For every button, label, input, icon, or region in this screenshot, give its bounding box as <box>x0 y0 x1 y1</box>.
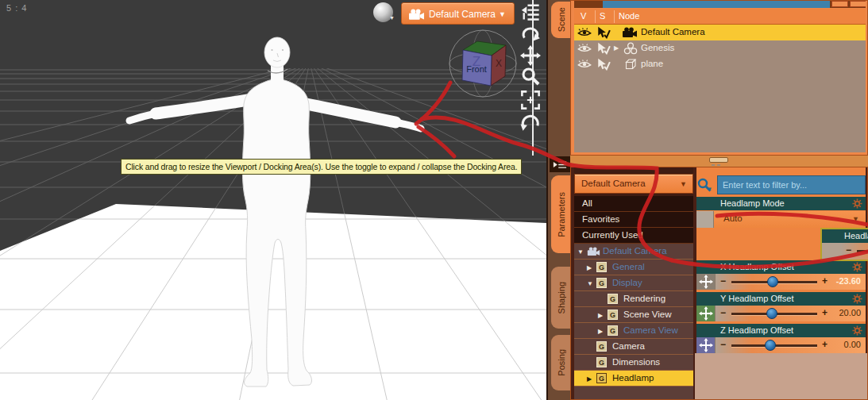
tab-parameters[interactable]: Parameters <box>551 175 572 253</box>
y-axis-drag-icon[interactable] <box>696 306 716 321</box>
gear-icon[interactable] <box>852 198 862 209</box>
column-node[interactable]: Node <box>619 11 639 21</box>
column-selectability[interactable]: S <box>600 11 605 21</box>
slider-decrement[interactable]: − <box>720 307 726 318</box>
scene-row-plane[interactable]: plane <box>574 56 866 72</box>
slider-decrement[interactable]: − <box>720 339 726 350</box>
viewport-3d[interactable]: Z Front X 5 : 4 ▼ Default Camera ▼ Click… <box>0 0 548 400</box>
tree-item-rendering[interactable]: G Rendering <box>574 291 693 307</box>
zoom-camera-icon[interactable] <box>520 66 541 87</box>
expand-arrow-icon[interactable]: ▶ <box>598 312 603 319</box>
scene-row-genesis[interactable]: ▶ Genesis <box>574 40 866 56</box>
gear-icon[interactable] <box>852 262 862 272</box>
y-headlamp-offset-slider[interactable]: − + 20.00 <box>696 306 866 321</box>
viewcube-x-label: X <box>496 58 502 69</box>
frame-selection-icon[interactable] <box>520 90 541 110</box>
group-item-currently-used[interactable]: Currently Used <box>574 228 693 244</box>
expand-arrow-icon[interactable]: ▶ <box>614 44 619 52</box>
viewport-canvas[interactable]: Z Front X <box>0 0 548 400</box>
scene-menu-button[interactable] <box>850 1 866 7</box>
orbit-camera-icon[interactable] <box>520 25 541 45</box>
selected-camera-label: Default Camera <box>581 179 646 188</box>
gear-icon[interactable] <box>852 325 862 336</box>
visibility-eye-icon[interactable] <box>577 42 592 55</box>
dropdown-arrow-icon: ▼ <box>708 187 712 191</box>
tab-posing[interactable]: Posing <box>551 335 572 390</box>
x-axis-drag-icon[interactable] <box>696 274 716 290</box>
column-visibility[interactable]: V <box>581 11 586 21</box>
slider-decrement[interactable]: − <box>720 275 726 287</box>
viewport-camera-dropdown[interactable]: Default Camera ▼ <box>401 2 515 25</box>
parameters-camera-dropdown[interactable]: Default Camera ▼ <box>574 174 693 194</box>
x-headlamp-offset-slider[interactable]: − + -23.60 <box>696 274 866 290</box>
headlamp-mode-dropdown[interactable]: Auto ▼ <box>714 211 866 228</box>
slider-knob[interactable] <box>765 340 776 351</box>
parameters-panel: Default Camera ▼ All Favorites Currently… <box>570 167 868 400</box>
scene-row-default-camera[interactable]: Default Camera <box>574 25 866 40</box>
tree-item-camera-view[interactable]: ▶ G Camera View <box>574 323 693 339</box>
expand-arrow-icon[interactable]: ▶ <box>587 264 592 271</box>
tree-item-default-camera[interactable]: ▼ Default Camera <box>574 244 693 260</box>
tree-item-display[interactable]: ▼ G Display <box>574 275 693 291</box>
splitter-handle[interactable] <box>709 157 728 163</box>
slider-knob[interactable] <box>766 308 777 319</box>
slider-increment[interactable]: + <box>822 275 827 287</box>
z-headlamp-offset-slider[interactable]: − + 0.00 <box>696 337 866 353</box>
x-headlamp-offset-value[interactable]: -23.60 <box>836 276 861 286</box>
headlamp-mode-value: Auto <box>723 213 743 223</box>
headlamp-intensity-slider[interactable]: − + 10.42 <box>822 243 868 260</box>
viewcube-front-label: Front <box>466 64 487 74</box>
panel-splitter[interactable] <box>570 156 868 167</box>
param-header-headlamp-intensity: Headlamp Intensity <box>822 229 868 243</box>
parameters-left-column: Default Camera ▼ All Favorites Currently… <box>574 167 693 399</box>
visibility-eye-icon[interactable] <box>577 58 592 71</box>
z-headlamp-offset-value[interactable]: 0.00 <box>844 340 861 349</box>
dock-toggle-icon[interactable] <box>550 156 570 172</box>
tree-item-camera[interactable]: G Camera <box>574 339 693 355</box>
viewport-layout-icon[interactable] <box>520 2 541 22</box>
draw-style-button[interactable]: ▼ <box>373 2 397 25</box>
tree-item-dimensions[interactable]: G Dimensions <box>574 355 693 371</box>
slider-increment[interactable]: + <box>822 339 827 350</box>
slider-increment[interactable]: + <box>822 307 827 318</box>
group-icon: G <box>596 357 607 367</box>
slider-decrement[interactable]: − <box>846 244 851 256</box>
reset-camera-icon[interactable] <box>520 113 541 134</box>
tree-item-scene-view[interactable]: ▶ G Scene View <box>574 307 693 323</box>
collapse-arrow-icon[interactable]: ▼ <box>577 248 584 256</box>
visibility-eye-icon[interactable] <box>577 26 592 39</box>
selectability-cursor-icon[interactable] <box>596 58 611 71</box>
scene-filter-partial-row <box>574 1 866 8</box>
tree-item-general[interactable]: ▶ G General <box>574 260 693 275</box>
scene-filter-button[interactable] <box>831 1 848 7</box>
group-icon: G <box>596 341 607 352</box>
group-item-favorites[interactable]: Favorites <box>574 212 693 228</box>
camera-icon <box>622 26 638 39</box>
parameter-filter-input[interactable] <box>717 175 866 194</box>
expand-arrow-icon[interactable]: ▶ <box>587 375 592 383</box>
aspect-ratio-label: 5 : 4 <box>6 3 27 13</box>
splitter-grip <box>712 164 715 166</box>
tab-shaping[interactable]: Shaping <box>551 267 572 329</box>
gear-icon[interactable] <box>852 294 862 304</box>
expand-arrow-icon[interactable]: ▶ <box>598 328 603 335</box>
slider-knob[interactable] <box>767 276 778 287</box>
slider-track[interactable] <box>857 250 868 252</box>
selectability-cursor-icon[interactable] <box>596 26 611 39</box>
docking-tooltip: Click and drag to resize the Viewport / … <box>121 159 522 175</box>
filter-search-icon[interactable]: ▼ <box>696 177 716 196</box>
collapse-arrow-icon[interactable]: ▼ <box>587 280 593 287</box>
daz-studio-window: Z Front X 5 : 4 ▼ Default Camera ▼ Click… <box>0 0 868 400</box>
tree-item-headlamp[interactable]: ▶ G Headlamp <box>574 371 693 387</box>
tab-scene[interactable]: Scene <box>551 2 572 38</box>
pan-camera-icon[interactable] <box>520 45 541 66</box>
z-axis-drag-icon[interactable] <box>696 337 716 353</box>
scene-filter-input[interactable] <box>603 1 830 8</box>
param-header-headlamp-mode: Headlamp Mode <box>696 197 866 210</box>
parameters-empty-area <box>695 353 867 399</box>
group-item-all[interactable]: All <box>574 196 693 212</box>
prop-cube-icon <box>623 58 638 71</box>
y-headlamp-offset-value[interactable]: 20.00 <box>839 308 861 317</box>
selectability-cursor-icon[interactable] <box>596 42 611 55</box>
viewport-camera-label: Default Camera <box>429 9 496 20</box>
